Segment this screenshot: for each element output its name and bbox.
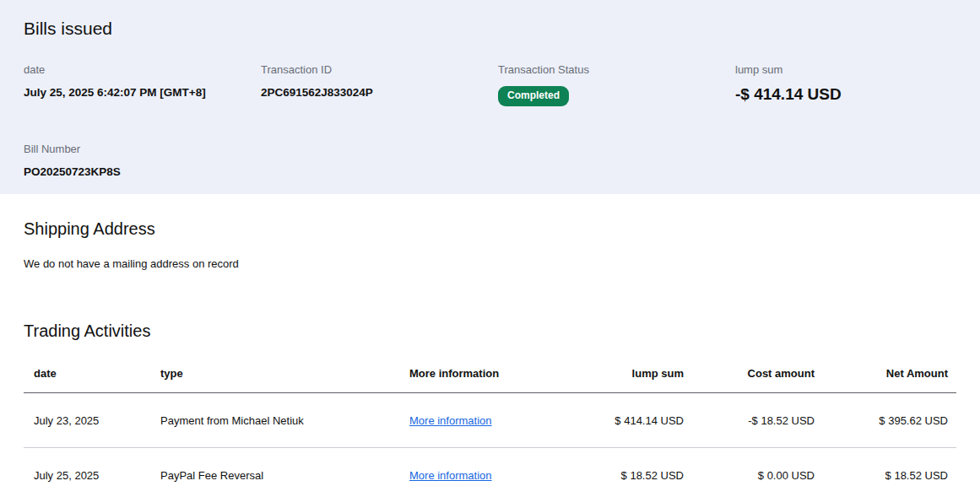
cell-date: July 23, 2025 <box>24 393 150 448</box>
cell-type: PayPal Fee Reversal <box>150 448 399 497</box>
table-row: July 25, 2025 PayPal Fee Reversal More i… <box>24 448 956 497</box>
column-header-lump-sum: lump sum <box>560 367 694 393</box>
field-date: date July 25, 2025 6:42:07 PM [GMT+8] <box>24 63 261 106</box>
more-information-link[interactable]: More information <box>409 414 492 427</box>
shipping-address-section: Shipping Address We do not have a mailin… <box>0 194 980 270</box>
cell-date: July 25, 2025 <box>24 448 150 497</box>
trading-activities-section: Trading Activities date type More inform… <box>0 321 980 497</box>
column-header-more-information: More information <box>399 367 560 393</box>
column-header-date: date <box>24 367 150 393</box>
status-badge: Completed <box>498 86 569 106</box>
transaction-summary-panel: Bills issued date July 25, 2025 6:42:07 … <box>0 0 980 194</box>
cell-cost-amount: $ 0.00 USD <box>694 448 825 497</box>
summary-field-grid: date July 25, 2025 6:42:07 PM [GMT+8] Tr… <box>24 63 956 106</box>
field-date-value: July 25, 2025 6:42:07 PM [GMT+8] <box>24 86 261 100</box>
column-header-cost-amount: Cost amount <box>694 367 825 393</box>
trading-activities-title: Trading Activities <box>24 321 956 341</box>
cell-net-amount: $ 395.62 USD <box>825 393 956 448</box>
field-transaction-id: Transaction ID 2PC691562J833024P <box>261 63 498 106</box>
cell-lump-sum: $ 414.14 USD <box>560 393 694 448</box>
cell-cost-amount: -$ 18.52 USD <box>694 393 825 448</box>
table-header-row: date type More information lump sum Cost… <box>24 367 956 393</box>
field-transaction-status: Transaction Status Completed <box>498 63 735 106</box>
shipping-address-title: Shipping Address <box>24 219 956 239</box>
field-bill-number: Bill Number PO20250723KP8S <box>24 143 956 179</box>
field-date-label: date <box>24 63 261 77</box>
field-bill-number-label: Bill Number <box>24 143 956 156</box>
field-lump-sum-value: -$ 414.14 USD <box>735 86 972 104</box>
table-row: July 23, 2025 Payment from Michael Netiu… <box>24 393 956 448</box>
more-information-link[interactable]: More information <box>409 469 492 482</box>
cell-lump-sum: $ 18.52 USD <box>560 448 694 497</box>
column-header-net-amount: Net Amount <box>825 367 956 393</box>
field-bill-number-value: PO20250723KP8S <box>24 165 956 179</box>
field-transaction-status-label: Transaction Status <box>498 63 735 77</box>
field-transaction-id-value: 2PC691562J833024P <box>261 86 498 100</box>
column-header-type: type <box>150 367 399 393</box>
cell-type: Payment from Michael Netiuk <box>150 393 399 448</box>
cell-net-amount: $ 18.52 USD <box>825 448 956 497</box>
field-lump-sum-label: lump sum <box>735 63 972 77</box>
field-lump-sum: lump sum -$ 414.14 USD <box>735 63 972 106</box>
page-title: Bills issued <box>24 18 956 39</box>
field-transaction-id-label: Transaction ID <box>261 63 498 77</box>
trading-activities-table: date type More information lump sum Cost… <box>24 367 956 497</box>
shipping-address-message: We do not have a mailing address on reco… <box>24 257 956 270</box>
